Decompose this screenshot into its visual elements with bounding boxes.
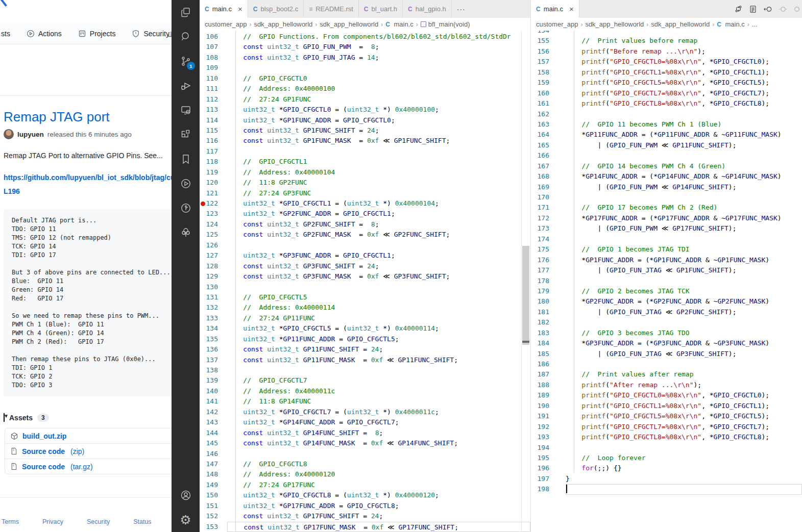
breadcrumb-symbol[interactable]: ... — [752, 20, 758, 28]
code-line[interactable]: // 27:24 GP3FUNC — [227, 188, 530, 198]
account-icon[interactable] — [172, 483, 200, 508]
line-number[interactable]: 145 — [200, 438, 222, 448]
code-line[interactable]: *GP1FUNC_ADDR = (*GP1FUNC_ADDR & ~GP1FUN… — [566, 255, 802, 265]
line-number[interactable]: 123 — [200, 209, 222, 219]
code-line[interactable]: const uint32_t GP1FUNC_SHIFT = 24; — [227, 125, 530, 136]
tab-overflow-button[interactable]: ··· — [452, 0, 471, 18]
line-number[interactable]: 135 — [200, 334, 222, 344]
line-number[interactable]: 198 — [531, 484, 553, 494]
line-number[interactable]: 184 — [531, 338, 553, 348]
compare-changes-icon[interactable] — [734, 5, 743, 13]
code-line[interactable]: printf("GPIO_CFGCTL7=%08x\r\n", *GPIO_CF… — [566, 88, 802, 98]
line-number[interactable]: 185 — [531, 349, 553, 359]
code-line[interactable]: // GPIO_CFGCTL0 — [227, 73, 530, 84]
code-line[interactable]: printf("GPIO_CFGCTL1=%08x\r\n", *GPIO_CF… — [566, 67, 802, 78]
code-line[interactable]: // 11:8 GP2FUNC — [227, 178, 530, 188]
release-author[interactable]: lupyuen — [17, 131, 44, 138]
code-line[interactable]: // 27:24 GP17FUNC — [227, 480, 530, 490]
code-line[interactable]: uint32_t *GP17FUNC_ADDR = GPIO_CFGCTL8; — [227, 501, 530, 511]
code-line[interactable]: | (GPIO_FUN_JTAG ≪ GP2FUNC_SHIFT); — [566, 307, 802, 317]
line-number[interactable]: 182 — [531, 317, 553, 327]
line-number[interactable]: 151 — [200, 501, 222, 511]
code-line[interactable]: // GPIO Functions. From components/bl602… — [227, 32, 530, 42]
line-number[interactable]: 157 — [531, 57, 553, 67]
line-number[interactable]: 155 — [531, 36, 553, 46]
code-line[interactable]: *GP17FUNC_ADDR = (*GP17FUNC_ADDR & ~GP17… — [566, 213, 802, 223]
code-line[interactable]: printf("GPIO_CFGCTL5=%08x\r\n", *GPIO_CF… — [566, 78, 802, 88]
line-number[interactable]: 170 — [531, 192, 553, 202]
breadcrumb-item[interactable]: sdk_app_helloworld — [585, 20, 644, 28]
code-line[interactable]: uint32_t *GP14FUNC_ADDR = GPIO_CFGCTL7; — [227, 417, 530, 427]
code-line[interactable]: // Address: 0x40000100 — [227, 84, 530, 94]
assets-header[interactable]: ▼ Assets 3 — [4, 413, 172, 422]
breadcrumb-item[interactable]: main.c — [394, 20, 414, 28]
code-line[interactable] — [566, 317, 802, 327]
line-number[interactable]: 158 — [531, 67, 553, 78]
line-number[interactable]: 114 — [200, 115, 222, 125]
line-number[interactable]: 144 — [200, 428, 222, 438]
line-number[interactable]: 168 — [531, 171, 553, 182]
code-line[interactable]: const uint32_t GP14FUNC_MASK = 0xf ≪ GP1… — [227, 438, 530, 448]
line-number[interactable]: 129 — [200, 271, 222, 282]
code-line[interactable]: | (GPIO_FUN_JTAG ≪ GP3FUNC_SHIFT); — [566, 349, 802, 359]
line-number[interactable]: 179 — [531, 286, 553, 296]
line-number[interactable]: 159 — [531, 78, 553, 88]
code-content[interactable]: // Print values before remap printf("Bef… — [553, 31, 802, 495]
breadcrumb-item[interactable]: sdk_app_helloworld — [254, 20, 312, 28]
line-number[interactable]: 153 — [200, 522, 222, 532]
line-number[interactable]: 128 — [200, 261, 222, 271]
code-line[interactable]: // Address: 0x4000011c — [227, 386, 530, 396]
line-number[interactable]: 146 — [200, 449, 222, 459]
code-line[interactable]: // Print values after remap — [566, 369, 802, 379]
code-line[interactable] — [566, 484, 802, 494]
asset-link[interactable]: Source code — [22, 447, 65, 455]
code-line[interactable]: const uint32_t GP3FUNC_SHIFT = 24; — [227, 261, 530, 271]
line-number[interactable]: 195 — [531, 453, 553, 463]
line-number[interactable]: 167 — [531, 161, 553, 171]
line-number[interactable]: 117 — [200, 146, 222, 157]
line-number[interactable]: 130 — [200, 282, 222, 292]
code-line[interactable]: // Address: 0x40000114 — [227, 302, 530, 313]
tab-main-c[interactable]: C main.c × — [200, 0, 248, 18]
code-line[interactable]: uint32_t *GPIO_CFGCTL0 = (uint32_t *) 0x… — [227, 105, 530, 115]
line-number[interactable]: 161 — [531, 98, 553, 109]
footer-link-terms[interactable]: Terms — [2, 518, 19, 525]
line-number[interactable]: 111 — [200, 84, 222, 94]
code-line[interactable]: // Address: 0x40000104 — [227, 167, 530, 178]
code-line[interactable]: // 11:8 GP14FUNC — [227, 396, 530, 407]
code-line[interactable] — [566, 31, 802, 36]
code-line[interactable]: // GPIO 17 becomes PWM Ch 2 (Red) — [566, 202, 802, 213]
nav-item-projects[interactable]: Projects — [78, 30, 116, 38]
line-number[interactable]: 196 — [531, 463, 553, 473]
code-line[interactable] — [566, 150, 802, 161]
settings-gear-icon[interactable]: ⚙ — [172, 508, 200, 532]
code-line[interactable]: const uint32_t GP11FUNC_MASK = 0xf ≪ GP1… — [227, 355, 530, 365]
line-number[interactable]: 175 — [531, 244, 553, 255]
code-line[interactable]: // GPIO_CFGCTL7 — [227, 375, 530, 386]
code-line[interactable]: const uint32_t GPIO_FUN_PWM = 8; — [227, 42, 530, 52]
tab-blsp-boot2-c[interactable]: C blsp_boot2.c — [248, 0, 304, 18]
code-line[interactable] — [566, 443, 802, 453]
breadcrumb-symbol[interactable]: bfl_main(void) — [428, 20, 470, 28]
code-line[interactable]: uint32_t *GP3FUNC_ADDR = GPIO_CFGCTL1; — [227, 250, 530, 261]
remote-explorer-icon[interactable] — [172, 98, 200, 122]
asset-row[interactable]: Source code (tar.gz) — [5, 459, 172, 474]
code-line[interactable]: const uint32_t GP3FUNC_MASK = 0xf ≪ GP3F… — [227, 271, 530, 282]
line-number[interactable]: 109 — [200, 63, 222, 73]
breadcrumb-item[interactable]: main.c — [725, 20, 745, 28]
source-control-icon[interactable]: 1 — [172, 49, 200, 73]
insights-graph-icon[interactable] — [167, 30, 172, 38]
nav-item-security[interactable]: Security — [132, 30, 169, 38]
code-line[interactable]: *GP14FUNC_ADDR = (*GP14FUNC_ADDR & ~GP14… — [566, 171, 802, 182]
close-icon[interactable]: × — [238, 5, 242, 13]
line-number[interactable]: 194 — [531, 443, 553, 453]
line-number[interactable]: 191 — [531, 411, 553, 421]
line-number[interactable]: 122 — [200, 198, 222, 209]
code-line[interactable]: *GP3FUNC_ADDR = (*GP3FUNC_ADDR & ~GP3FUN… — [566, 338, 802, 348]
line-number[interactable]: 165 — [531, 140, 553, 150]
code-line[interactable]: // Address: 0x40000120 — [227, 469, 530, 479]
code-line[interactable]: for(;;) {} — [566, 463, 802, 473]
footer-link-security[interactable]: Security — [87, 518, 110, 525]
line-number[interactable]: 134 — [200, 323, 222, 334]
asset-row[interactable]: Source code (zip) — [5, 443, 172, 459]
